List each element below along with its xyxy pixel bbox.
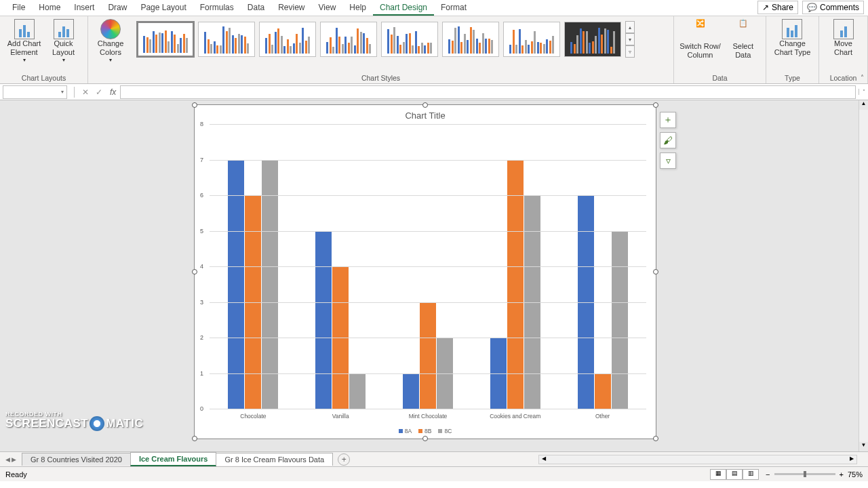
resize-handle[interactable] [422,102,428,108]
tab-formulas[interactable]: Formulas [193,1,241,16]
legend-item[interactable]: 8B [418,428,431,434]
sheet-nav[interactable]: ◀▶ [0,456,22,463]
group-type: Type [785,73,800,83]
normal-view-button[interactable]: ▦ [710,469,726,480]
comments-button[interactable]: 💬 Comments [802,1,864,14]
data-bar[interactable] [349,373,366,409]
ace-label: Add Chart Element [7,39,41,57]
tab-data[interactable]: Data [241,1,271,16]
category-label: Vanilla [332,413,349,420]
zoom-in-button[interactable]: + [840,470,844,479]
zoom-control: − + 75% [766,470,863,479]
sheet-tab-1[interactable]: Gr 8 Countries Visited 2020 [22,453,131,466]
zoom-out-button[interactable]: − [766,470,770,479]
chart-legend[interactable]: 8A8B8C [195,428,656,434]
tab-chart-design[interactable]: Chart Design [373,1,434,16]
category-label: Chocolate [240,413,266,420]
tab-file[interactable]: File [5,1,32,16]
share-button[interactable]: ↗ Share [757,1,798,14]
chart-style-5[interactable] [381,22,438,57]
chart-styles-button[interactable]: 🖌 [660,132,676,148]
y-tick: 0 [200,405,203,412]
resize-handle[interactable] [653,102,658,108]
worksheet-area[interactable]: ＋ 🖌 ▿ Chart Title ChocolateVanillaMint C… [0,100,868,451]
page-layout-view-button[interactable]: ▤ [726,469,743,480]
collapse-ribbon-button[interactable]: ˄ [861,74,864,81]
confirm-formula-button[interactable]: ✓ [92,87,106,97]
sheet-tab-3[interactable]: Gr 8 Ice Cream Flavours Data [216,453,333,466]
sd-label: Select Data [732,42,753,60]
gridline [210,160,646,161]
tab-view[interactable]: View [312,1,343,16]
style-gallery-scroll[interactable]: ▴▾▿ [625,20,635,58]
resize-handle[interactable] [422,436,428,441]
data-bar[interactable] [262,160,278,409]
page-break-view-button[interactable]: ▥ [743,469,759,480]
chart-style-8[interactable] [564,22,621,57]
formula-expand-button[interactable]: ˅ [859,89,868,95]
plot-area[interactable]: ChocolateVanillaMint ChocolateCookies an… [210,124,646,409]
gridline [210,409,646,409]
tab-page-layout[interactable]: Page Layout [134,1,193,16]
chart-style-3[interactable] [259,22,316,57]
data-bar[interactable] [315,231,332,409]
tab-insert[interactable]: Insert [67,1,101,16]
tab-format[interactable]: Format [434,1,473,16]
y-tick: 6 [200,192,203,199]
view-buttons: ▦ ▤ ▥ [710,469,759,480]
category-label: Cookies and Cream [490,413,540,420]
chart-filters-button[interactable]: ▿ [660,152,676,169]
zoom-level[interactable]: 75% [848,470,863,479]
resize-handle[interactable] [653,269,658,274]
legend-item[interactable]: 8C [438,428,452,434]
y-tick: 2 [200,334,203,341]
data-bar[interactable] [228,160,244,409]
add-sheet-button[interactable]: + [338,453,350,466]
chart-style-4[interactable] [320,22,377,57]
horizontal-scrollbar[interactable]: ◀▶ [538,455,857,464]
chart-style-6[interactable] [442,22,499,57]
formula-input[interactable] [120,85,856,99]
data-bar[interactable] [612,231,628,409]
cc-label: Change Colors [98,39,124,57]
cancel-formula-button[interactable]: ✕ [79,87,92,97]
chart-element-icon [14,19,35,39]
change-chart-type-button[interactable]: Change Chart Type [772,18,814,58]
watermark: RECORDED WITH SCREENCAST MATIC [5,411,143,431]
data-bar[interactable] [420,302,436,409]
sheet-tab-2[interactable]: Ice Cream Flavours [130,452,217,466]
change-colors-button[interactable]: Change Colors ▾ [91,18,130,65]
tab-help[interactable]: Help [342,1,373,16]
zoom-slider[interactable] [774,473,835,475]
select-data-button[interactable]: 📋 Select Data [724,18,763,61]
group-chart-layouts: Chart Layouts [22,73,66,83]
tab-review[interactable]: Review [271,1,311,16]
quick-layout-button[interactable]: Quick Layout ▾ [44,18,83,65]
name-box[interactable]: ▾ [3,85,67,99]
switch-row-column-button[interactable]: 🔀 Switch Row/ Column [677,18,724,61]
resize-handle[interactable] [192,102,197,108]
switch-icon: 🔀 [690,19,711,41]
chart-object[interactable]: ＋ 🖌 ▿ Chart Title ChocolateVanillaMint C… [194,104,656,439]
resize-handle[interactable] [653,436,658,441]
add-chart-element-button[interactable]: Add Chart Element ▾ [5,18,44,65]
chart-style-2[interactable] [198,22,255,57]
chart-style-7[interactable] [503,22,560,57]
vertical-scrollbar[interactable]: ▲ ▼ [859,100,868,451]
resize-handle[interactable] [192,436,197,441]
comments-icon: 💬 [807,3,817,12]
data-bar[interactable] [595,373,611,409]
tab-home[interactable]: Home [32,1,67,16]
chart-side-buttons: ＋ 🖌 ▿ [660,112,676,169]
resize-handle[interactable] [192,269,197,274]
chart-style-1[interactable] [137,22,194,57]
legend-item[interactable]: 8A [399,428,412,434]
gridline [210,338,646,338]
move-chart-button[interactable]: Move Chart [824,18,863,58]
chart-elements-button[interactable]: ＋ [660,112,676,128]
gridline [210,373,646,374]
data-bar[interactable] [403,373,419,409]
tab-draw[interactable]: Draw [101,1,134,16]
group-chart-styles: Chart Styles [361,73,400,83]
data-bar[interactable] [507,160,524,409]
